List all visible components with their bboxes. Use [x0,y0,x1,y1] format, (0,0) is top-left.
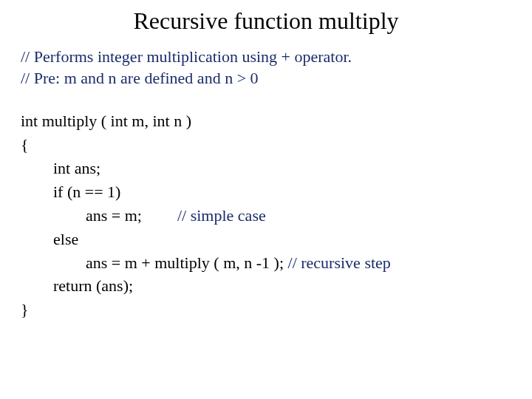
spacer [21,89,511,109]
comment-line-1: // Performs integer multiplication using… [21,47,511,68]
code-return-stmt: return (ans); [21,274,511,298]
code-simple-case: ans = m;// simple case [21,204,511,228]
code-simple-comment: // simple case [177,206,266,225]
comment-line-2: // Pre: m and n are defined and n > 0 [21,68,511,89]
code-var-decl: int ans; [21,157,511,180]
code-recursive-comment: // recursive step [288,253,391,272]
code-brace-close: } [21,298,511,321]
code-recursive-assign: ans = m + multiply ( m, n -1 ); [86,253,288,272]
code-simple-assign: ans = m; [86,206,142,225]
code-fn-decl: int multiply ( int m, int n ) [21,109,511,133]
code-else-stmt: else [21,228,511,251]
code-if-stmt: if (n == 1) [21,180,511,204]
code-brace-open: { [21,133,511,157]
code-recursive-step: ans = m + multiply ( m, n -1 ); // recur… [21,251,511,275]
slide-title: Recursive function multiply [21,7,511,35]
